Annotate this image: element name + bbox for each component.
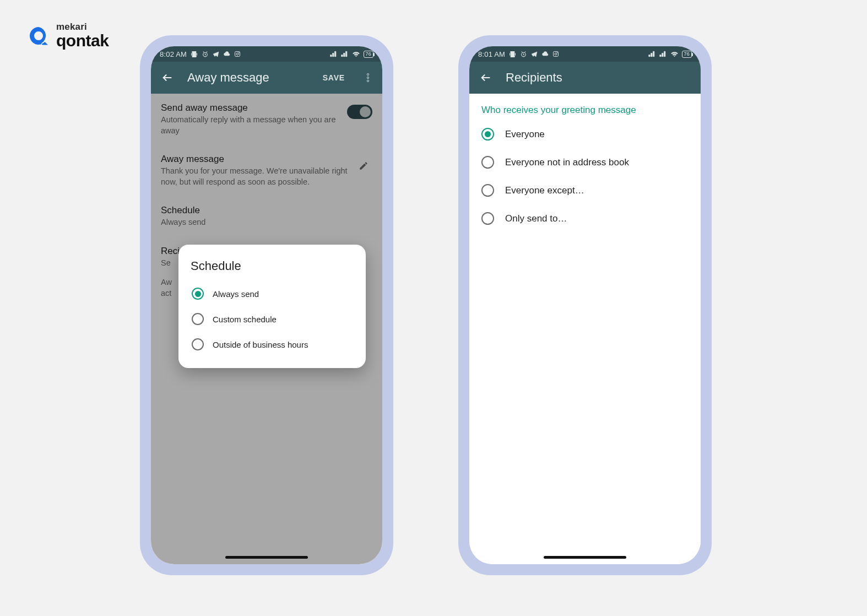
svg-point-6 bbox=[367, 80, 369, 82]
option-label: Only send to… bbox=[505, 213, 567, 224]
svg-point-3 bbox=[239, 52, 239, 53]
signal-icon bbox=[648, 51, 656, 57]
svg-point-9 bbox=[555, 53, 557, 55]
brand-logo-mark-icon bbox=[26, 24, 51, 48]
recipient-option[interactable]: Only send to… bbox=[469, 204, 701, 233]
telegram-icon bbox=[531, 51, 538, 57]
home-indicator[interactable] bbox=[544, 556, 626, 559]
svg-point-4 bbox=[367, 74, 369, 75]
option-label: Always send bbox=[213, 289, 259, 299]
app-bar: Recipients bbox=[469, 62, 701, 94]
option-label: Custom schedule bbox=[213, 315, 277, 324]
recipient-option[interactable]: Everyone not in address book bbox=[469, 148, 701, 176]
radio-icon bbox=[481, 156, 494, 169]
phone-frame-right: 8:01 AM 76 Recipients bbox=[458, 35, 712, 575]
recipient-option[interactable]: Everyone bbox=[469, 120, 701, 148]
recipients-header: Who receives your greeting message bbox=[469, 94, 701, 120]
row-title: Schedule bbox=[161, 205, 372, 216]
row-title: Send away message bbox=[161, 102, 342, 114]
recipient-option[interactable]: Everyone except… bbox=[469, 176, 701, 204]
schedule-option[interactable]: Outside of business hours bbox=[191, 332, 354, 357]
dialog-title: Schedule bbox=[191, 259, 354, 273]
arrow-left-icon bbox=[161, 72, 174, 84]
radio-icon bbox=[192, 313, 204, 325]
instagram-icon bbox=[552, 51, 559, 57]
row-title: Away message bbox=[161, 154, 349, 165]
battery-icon: 76 bbox=[364, 51, 373, 58]
row-subtitle: Always send bbox=[161, 217, 372, 228]
instagram-icon bbox=[234, 51, 241, 57]
more-vert-icon bbox=[362, 72, 373, 83]
svg-point-5 bbox=[367, 77, 369, 78]
overflow-menu-button[interactable] bbox=[359, 69, 377, 87]
schedule-dialog: Schedule Always send Custom schedule Out… bbox=[178, 245, 366, 368]
phone-screen-right: 8:01 AM 76 Recipients bbox=[469, 46, 701, 564]
home-indicator[interactable] bbox=[225, 556, 308, 559]
option-label: Everyone except… bbox=[505, 185, 584, 196]
battery-icon: 76 bbox=[682, 51, 692, 58]
send-away-row[interactable]: Send away message Automatically reply wi… bbox=[151, 94, 382, 145]
wifi-icon bbox=[352, 51, 360, 57]
screen-title: Recipients bbox=[506, 71, 695, 85]
status-time: 8:02 AM bbox=[160, 50, 187, 58]
status-time: 8:01 AM bbox=[478, 50, 505, 58]
app-bar: Away message SAVE bbox=[151, 62, 382, 94]
option-label: Outside of business hours bbox=[213, 340, 308, 349]
radio-icon bbox=[481, 128, 494, 141]
radio-icon bbox=[481, 184, 494, 197]
radio-icon bbox=[192, 338, 204, 350]
save-button[interactable]: SAVE bbox=[323, 73, 345, 82]
arrow-left-icon bbox=[480, 72, 492, 84]
screen-title: Away message bbox=[187, 71, 312, 85]
brand-logo-text: mekari qontak bbox=[56, 22, 109, 49]
schedule-option[interactable]: Always send bbox=[191, 281, 354, 306]
back-button[interactable] bbox=[159, 69, 176, 87]
away-message-row[interactable]: Away message Thank you for your message.… bbox=[151, 145, 382, 196]
radio-icon bbox=[481, 212, 494, 225]
alarm-icon bbox=[202, 51, 209, 58]
signal-icon bbox=[659, 51, 667, 57]
phone-frame-left: 8:02 AM 76 Away message bbox=[140, 35, 393, 575]
row-subtitle: Thank you for your message. We're unavai… bbox=[161, 166, 349, 187]
svg-point-10 bbox=[557, 52, 557, 53]
cloud-icon bbox=[541, 51, 549, 57]
svg-point-2 bbox=[236, 53, 239, 55]
edit-message-button[interactable] bbox=[355, 157, 372, 175]
schedule-option[interactable]: Custom schedule bbox=[191, 306, 354, 332]
option-label: Everyone not in address book bbox=[505, 157, 629, 168]
wifi-icon bbox=[670, 51, 679, 57]
brand-logo-bottom: qontak bbox=[56, 32, 109, 50]
option-label: Everyone bbox=[505, 129, 545, 140]
status-bar: 8:01 AM 76 bbox=[469, 46, 701, 62]
phone-screen-left: 8:02 AM 76 Away message bbox=[151, 46, 382, 564]
row-subtitle: Automatically reply with a message when … bbox=[161, 115, 342, 136]
brand-logo-top: mekari bbox=[56, 22, 109, 32]
brand-logo: mekari qontak bbox=[26, 22, 109, 49]
signal-icon bbox=[330, 51, 338, 57]
vibrate-off-icon bbox=[191, 51, 198, 58]
pencil-icon bbox=[359, 161, 369, 171]
screen-content: Who receives your greeting message Every… bbox=[469, 94, 701, 564]
signal-icon bbox=[341, 51, 349, 57]
telegram-icon bbox=[213, 51, 219, 57]
vibrate-off-icon bbox=[509, 51, 516, 58]
radio-icon bbox=[192, 288, 204, 300]
back-button[interactable] bbox=[477, 69, 495, 87]
status-bar: 8:02 AM 76 bbox=[151, 46, 382, 62]
cloud-icon bbox=[223, 51, 230, 57]
alarm-icon bbox=[520, 51, 527, 58]
schedule-row[interactable]: Schedule Always send bbox=[151, 196, 382, 237]
send-away-toggle[interactable] bbox=[347, 105, 372, 119]
